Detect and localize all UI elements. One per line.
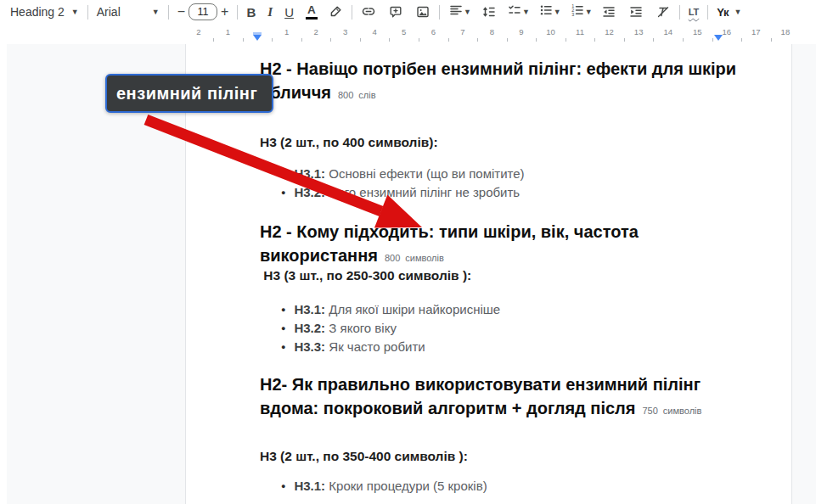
ruler-tick bbox=[536, 38, 537, 42]
ruler-number: 13 bbox=[634, 27, 644, 36]
svg-text:3: 3 bbox=[571, 12, 574, 17]
h2-heading-line: вдома: покроковий алгоритм + догляд післ… bbox=[260, 398, 701, 421]
bulleted-list-button[interactable]: ▼ bbox=[535, 2, 565, 22]
font-selector-value: Arial bbox=[97, 5, 121, 19]
ruler-tick bbox=[448, 38, 449, 42]
list-item: ●H3.1: Для якої шкіри найкорисніше bbox=[281, 301, 500, 318]
word-count-unit: слів bbox=[358, 90, 375, 100]
decrease-indent-button[interactable] bbox=[598, 2, 620, 22]
ruler-tick bbox=[683, 38, 684, 42]
ruler-tick bbox=[712, 38, 713, 42]
chevron-down-icon: ▼ bbox=[734, 8, 741, 16]
ruler-number: 3 bbox=[343, 27, 347, 36]
list-item: ●H3.2: З якого віку bbox=[281, 320, 397, 337]
insert-link-button[interactable] bbox=[357, 2, 380, 22]
checklist-button[interactable]: ▼ bbox=[504, 2, 533, 22]
ruler-number: 2 bbox=[196, 27, 200, 36]
bullet-icon: ● bbox=[281, 339, 285, 356]
underline-button[interactable]: U bbox=[281, 2, 297, 22]
ruler-tick bbox=[360, 38, 361, 42]
checklist-icon bbox=[507, 3, 522, 21]
decrease-font-size-button[interactable]: − bbox=[174, 2, 189, 22]
link-icon bbox=[361, 4, 376, 20]
extension-language-button[interactable]: Yк ▼ bbox=[713, 2, 745, 22]
char-count-unit: символів bbox=[663, 406, 702, 416]
ruler-number: 1 bbox=[284, 27, 289, 36]
ruler-tick bbox=[301, 38, 302, 42]
toolbar: Heading 2 ▼ Arial ▼ − 11 + B I U A bbox=[0, 0, 816, 24]
left-gutter bbox=[0, 44, 7, 504]
font-size-input[interactable]: 11 bbox=[189, 3, 217, 20]
list-item: ●H3.1: Основні ефекти (що ви помітите) bbox=[281, 165, 525, 182]
ruler-tick bbox=[507, 38, 508, 42]
ruler-number: 1 bbox=[226, 27, 230, 36]
ruler-number: 5 bbox=[402, 27, 406, 36]
increase-font-size-button[interactable]: + bbox=[217, 2, 232, 22]
ruler-tick bbox=[624, 38, 625, 42]
languagetool-button[interactable]: LT bbox=[685, 2, 703, 22]
list-item: ●H3.1: Кроки процедури (5 кроків) bbox=[281, 478, 487, 495]
line-spacing-icon bbox=[481, 4, 497, 20]
document-page[interactable]: H2 - Навіщо потрібен ензимний пілінг: еф… bbox=[185, 44, 792, 504]
decrease-indent-icon bbox=[601, 4, 616, 20]
bullet-icon: ● bbox=[281, 301, 285, 318]
increase-indent-button[interactable] bbox=[625, 2, 647, 22]
ruler-tick bbox=[477, 38, 478, 42]
selection-tooltip-text: ензимний пілінг bbox=[116, 84, 257, 104]
ruler-number: 18 bbox=[781, 27, 791, 36]
ruler-tick bbox=[419, 38, 419, 42]
bold-button[interactable]: B bbox=[243, 2, 259, 22]
comment-add-icon bbox=[388, 4, 403, 20]
ruler-number: 16 bbox=[723, 27, 732, 36]
h2-heading-line: H2 - Навіщо потрібен ензимний пілінг: еф… bbox=[260, 59, 736, 79]
line-spacing-button[interactable] bbox=[478, 2, 500, 22]
ruler-tick bbox=[771, 38, 772, 42]
bullet-icon: ● bbox=[281, 478, 285, 495]
ruler-tick bbox=[389, 38, 390, 42]
divider bbox=[707, 5, 708, 20]
left-indent-marker[interactable] bbox=[253, 32, 262, 41]
style-selector[interactable]: Heading 2 ▼ bbox=[7, 2, 82, 22]
highlight-color-button[interactable] bbox=[324, 2, 346, 22]
divider bbox=[439, 5, 440, 20]
ruler[interactable]: 21123456789101112131415161718 bbox=[0, 24, 816, 44]
ruler-tick bbox=[213, 38, 214, 42]
text-color-button[interactable]: A bbox=[302, 2, 321, 22]
add-comment-button[interactable] bbox=[385, 2, 407, 22]
char-count: 800 bbox=[385, 253, 400, 263]
h3-plan-line: H3 (2 шт., по 400 символів): bbox=[260, 134, 438, 151]
text-color-icon: A bbox=[306, 4, 318, 20]
chevron-down-icon: ▼ bbox=[71, 8, 79, 16]
chevron-down-icon: ▼ bbox=[464, 8, 471, 16]
chevron-down-icon: ▼ bbox=[585, 8, 593, 16]
ruler-number: 8 bbox=[490, 27, 494, 36]
divider bbox=[679, 5, 680, 20]
bullet-icon: ● bbox=[281, 184, 285, 201]
divider bbox=[352, 5, 352, 20]
clear-formatting-button[interactable] bbox=[652, 2, 674, 22]
ruler-tick bbox=[566, 38, 566, 42]
h3-plan-line: H3 (2 шт., по 350-400 символів ): bbox=[260, 448, 468, 465]
ruler-number: 11 bbox=[576, 27, 584, 36]
font-selector[interactable]: Arial ▼ bbox=[93, 2, 163, 22]
ruler-number: 9 bbox=[519, 27, 523, 36]
align-left-icon bbox=[448, 3, 464, 21]
align-button[interactable]: ▼ bbox=[445, 2, 475, 22]
chevron-down-icon: ▼ bbox=[522, 8, 530, 16]
selection-tooltip: ензимний пілінг bbox=[105, 74, 273, 113]
list-item: ●H3.3: Як часто робити bbox=[281, 339, 425, 356]
ruler-number: 2 bbox=[313, 27, 318, 36]
bullet-icon: ● bbox=[281, 165, 285, 182]
extension-language-icon: Yк bbox=[717, 6, 728, 19]
ruler-number: 17 bbox=[751, 27, 761, 36]
divider bbox=[87, 5, 88, 20]
numbered-list-button[interactable]: 123 ▼ bbox=[566, 2, 596, 22]
ruler-tick bbox=[330, 38, 331, 42]
char-count: 750 bbox=[642, 406, 657, 416]
insert-image-button[interactable] bbox=[412, 2, 434, 22]
italic-button[interactable]: I bbox=[264, 2, 276, 22]
char-count-unit: символів bbox=[405, 253, 444, 263]
right-indent-marker[interactable] bbox=[714, 35, 723, 41]
ruler-number: 12 bbox=[605, 27, 614, 36]
bullet-icon: ● bbox=[281, 320, 285, 337]
